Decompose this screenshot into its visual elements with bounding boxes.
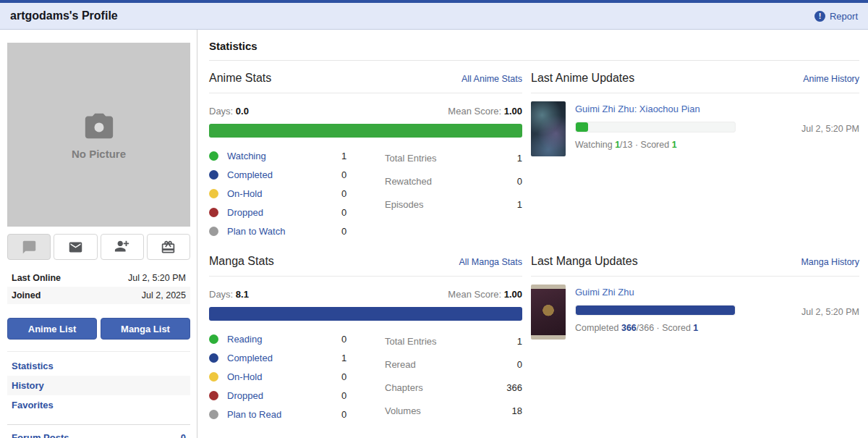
last-anime-updates-section: Last Anime Updates Anime History Guimi Z… — [531, 61, 859, 244]
manga-days: Days: 8.1 — [209, 289, 249, 300]
status-count-dropped: 0 — [341, 207, 385, 218]
comment-icon — [22, 240, 37, 255]
total-row: Volumes 18 — [385, 401, 522, 420]
status-count-plantowatch: 0 — [341, 226, 385, 237]
all-anime-stats-link[interactable]: All Anime Stats — [461, 74, 522, 84]
anime-days: Days: 0.0 — [209, 106, 249, 117]
episodes-value: 1 — [517, 199, 522, 210]
status-link-plantowatch[interactable]: Plan to Watch — [227, 226, 341, 237]
manga-days-row: Days: 8.1 Mean Score: 1.00 — [209, 289, 522, 300]
anime-totals-list: Total Entries 1 Rewatched 0 Episodes 1 — [385, 146, 522, 240]
chapters-value: 366 — [506, 382, 522, 393]
add-friend-button[interactable] — [101, 234, 144, 260]
manga-update-status-text: Completed 366/366 · Scored 1 — [575, 323, 736, 333]
status-link-watching[interactable]: Watching — [227, 151, 341, 161]
report-label: Report — [830, 11, 858, 22]
status-dot-dropped — [209, 208, 218, 217]
episodes-label: Episodes — [385, 199, 423, 210]
status-dot-onhold — [209, 372, 218, 382]
reread-label: Reread — [385, 359, 416, 370]
status-dot-reading — [209, 334, 218, 344]
status-dot-completed — [209, 170, 218, 180]
total-row: Episodes 1 — [385, 195, 522, 214]
status-row: Watching 1 — [209, 146, 385, 165]
comment-button[interactable] — [7, 234, 51, 260]
status-link-reading[interactable]: Reading — [227, 334, 341, 345]
manga-history-link[interactable]: Manga History — [801, 257, 859, 267]
status-count-onhold: 0 — [341, 371, 385, 382]
manga-list-button[interactable]: Manga List — [101, 318, 190, 340]
gift-button[interactable] — [147, 234, 190, 260]
last-manga-updates-section: Last Manga Updates Manga History Guimi Z… — [531, 244, 859, 340]
status-count-watching: 1 — [341, 151, 385, 161]
anime-thumbnail[interactable] — [531, 101, 566, 156]
status-link-dropped[interactable]: Dropped — [227, 390, 341, 401]
status-dot-dropped — [209, 391, 218, 400]
total-row: Total Entries 1 — [385, 332, 522, 350]
manga-update-item: Guimi Zhi Zhu Completed 366/366 · Scored… — [531, 285, 859, 340]
status-dot-completed — [209, 353, 218, 363]
anime-update-title-link[interactable]: Guimi Zhi Zhu: Xiaochou Pian — [575, 104, 736, 114]
status-link-dropped[interactable]: Dropped — [227, 207, 341, 218]
status-row: On-Hold 0 — [209, 184, 385, 203]
manga-progress-fill — [576, 306, 735, 315]
forum-posts-row[interactable]: Forum Posts 0 — [7, 424, 190, 438]
profile-picture-placeholder: No Picture — [7, 43, 190, 227]
camera-icon — [82, 109, 116, 143]
anime-history-link[interactable]: Anime History — [803, 74, 859, 84]
status-link-completed[interactable]: Completed — [227, 169, 341, 180]
anime-progress-track — [575, 122, 736, 132]
anime-days-row: Days: 0.0 Mean Score: 1.00 — [209, 106, 522, 117]
rewatched-value: 0 — [517, 176, 522, 187]
status-count-completed: 0 — [341, 169, 385, 180]
anime-update-item: Guimi Zhi Zhu: Xiaochou Pian Watching 1/… — [531, 101, 859, 156]
total-entries-value: 1 — [517, 336, 522, 347]
sidebar-item-history[interactable]: History — [7, 376, 190, 395]
last-manga-updates-title: Last Manga Updates — [531, 255, 638, 268]
message-button[interactable] — [54, 234, 97, 260]
status-link-onhold[interactable]: On-Hold — [227, 371, 341, 382]
status-link-plantoread[interactable]: Plan to Read — [227, 409, 341, 420]
profile-sidebar: No Picture — [0, 30, 197, 438]
all-manga-stats-link[interactable]: All Manga Stats — [459, 257, 522, 267]
last-anime-updates-title: Last Anime Updates — [531, 72, 634, 85]
sidebar-item-statistics[interactable]: Statistics — [7, 356, 190, 376]
status-count-plantoread: 0 — [341, 409, 385, 420]
anime-progress-fill — [576, 122, 588, 132]
status-link-completed[interactable]: Completed — [227, 353, 341, 363]
statistics-title: Statistics — [209, 30, 859, 61]
status-dot-plantoread — [209, 410, 218, 419]
anime-list-button[interactable]: Anime List — [7, 318, 97, 340]
total-row: Total Entries 1 — [385, 148, 522, 167]
total-row: Rewatched 0 — [385, 172, 522, 190]
status-row: On-Hold 0 — [209, 367, 385, 386]
chapters-label: Chapters — [385, 382, 423, 393]
forum-posts-count: 0 — [181, 432, 186, 438]
status-link-onhold[interactable]: On-Hold — [227, 188, 341, 199]
anime-mean-score: Mean Score: 1.00 — [448, 106, 522, 117]
updates-column: Last Anime Updates Anime History Guimi Z… — [531, 61, 859, 424]
joined-value: Jul 2, 2025 — [142, 290, 186, 300]
anime-update-date: Jul 2, 5:20 PM — [801, 124, 859, 134]
status-row: Dropped 0 — [209, 203, 385, 222]
manga-progress-track — [575, 305, 736, 316]
report-exclamation-icon: ! — [814, 11, 825, 22]
anime-stats-title: Anime Stats — [209, 72, 271, 85]
status-count-reading: 0 — [341, 334, 385, 345]
manga-stats-section: Manga Stats All Manga Stats Days: 8.1 Me… — [209, 244, 522, 424]
manga-totals-list: Total Entries 1 Reread 0 Chapters 366 — [385, 329, 522, 424]
status-row: Plan to Watch 0 — [209, 222, 385, 240]
no-picture-label: No Picture — [72, 148, 126, 160]
manga-thumbnail[interactable] — [531, 285, 566, 340]
status-dot-watching — [209, 151, 218, 161]
status-row: Completed 1 — [209, 348, 385, 367]
sidebar-item-favorites[interactable]: Favorites — [7, 395, 190, 415]
sidebar-nav: Statistics History Favorites — [7, 351, 190, 415]
report-button[interactable]: ! Report — [814, 11, 858, 22]
status-row: Plan to Read 0 — [209, 405, 385, 424]
statistics-panel: Statistics Anime Stats All Anime Stats D… — [197, 30, 868, 438]
joined-label: Joined — [12, 290, 41, 300]
total-entries-value: 1 — [517, 153, 522, 164]
total-entries-label: Total Entries — [385, 336, 437, 347]
manga-update-title-link[interactable]: Guimi Zhi Zhu — [575, 287, 736, 298]
